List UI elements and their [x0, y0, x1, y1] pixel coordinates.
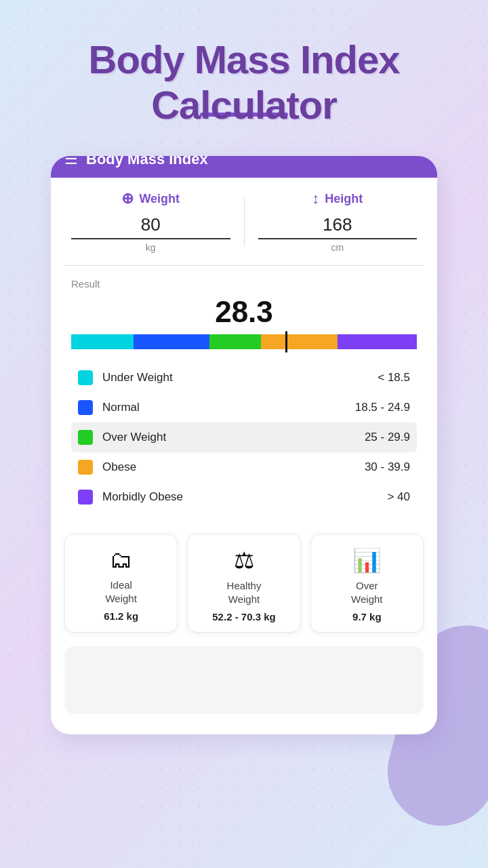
- bmi-bar-segment-4: [338, 334, 417, 349]
- height-input-group: ↕ Height 168 cm: [258, 190, 418, 253]
- info-card-title-2: Over Weight: [351, 579, 382, 606]
- result-label: Result: [71, 278, 417, 290]
- legend-dot-2: [78, 430, 93, 445]
- weight-unit: kg: [146, 242, 156, 253]
- legend-dot-1: [78, 400, 93, 415]
- bottom-placeholder: [64, 646, 424, 714]
- legend-name-1: Normal: [102, 401, 346, 414]
- legend-name-4: Morbidly Obese: [102, 490, 378, 504]
- legend-dot-3: [78, 460, 93, 475]
- bmi-bar-segment-2: [209, 334, 262, 349]
- inputs-row: ⊕ Weight 80 kg ↕ Height 168 cm: [51, 178, 437, 260]
- result-section: Result 28.3 Under Weight< 18.5Normal18.5…: [51, 271, 437, 523]
- bmi-value: 28.3: [71, 295, 417, 329]
- legend-name-0: Under Weight: [102, 371, 368, 384]
- weight-value[interactable]: 80: [71, 214, 230, 239]
- info-card-value-2: 9.7 kg: [352, 611, 382, 623]
- bmi-card: ☰ Body Mass Index ⊕ Weight 80 kg ↕ Heigh…: [51, 156, 437, 734]
- info-card-icon-0: 🗂: [110, 547, 133, 573]
- card-header: ☰ Body Mass Index: [51, 156, 437, 178]
- info-card-title-1: Healthy Weight: [227, 579, 262, 606]
- height-unit: cm: [331, 242, 344, 253]
- legend-item-1: Normal18.5 - 24.9: [71, 393, 417, 422]
- info-card-value-1: 52.2 - 70.3 kg: [212, 611, 275, 623]
- legend-dot-4: [78, 490, 93, 505]
- weight-label: ⊕ Weight: [121, 190, 180, 208]
- bmi-indicator: [285, 331, 287, 353]
- legend-range-0: < 18.5: [378, 371, 410, 384]
- info-card-0: 🗂Ideal Weight61.2 kg: [64, 534, 178, 633]
- legend-range-3: 30 - 39.9: [365, 460, 410, 474]
- legend-range-1: 18.5 - 24.9: [355, 401, 410, 414]
- bmi-bar: [71, 334, 417, 349]
- height-icon: ↕: [312, 190, 319, 208]
- info-card-title-0: Ideal Weight: [105, 578, 136, 605]
- info-card-icon-2: 📊: [352, 547, 381, 574]
- info-card-1: ⚖Healthy Weight52.2 - 70.3 kg: [187, 534, 300, 633]
- legend-range-2: 25 - 29.9: [365, 431, 410, 444]
- menu-icon: ☰: [64, 156, 78, 168]
- page-title: Body Mass Index Calculator: [48, 37, 441, 127]
- info-card-value-0: 61.2 kg: [104, 610, 138, 622]
- weight-icon: ⊕: [121, 190, 134, 208]
- legend-item-2: Over Weight25 - 29.9: [71, 422, 417, 452]
- bmi-bar-segment-3: [261, 334, 337, 349]
- bmi-bar-segment-0: [71, 334, 134, 349]
- legend-range-4: > 40: [387, 490, 410, 504]
- legend-item-4: Morbidly Obese> 40: [71, 482, 417, 512]
- card-header-title: Body Mass Index: [86, 156, 208, 168]
- legend-dot-0: [78, 370, 93, 385]
- info-card-icon-1: ⚖: [234, 547, 254, 574]
- legend-name-2: Over Weight: [102, 431, 355, 444]
- legend-item-3: Obese30 - 39.9: [71, 452, 417, 482]
- legend-item-0: Under Weight< 18.5: [71, 363, 417, 393]
- height-value[interactable]: 168: [258, 214, 418, 239]
- info-cards-row: 🗂Ideal Weight61.2 kg⚖Healthy Weight52.2 …: [51, 523, 437, 639]
- info-card-2: 📊Over Weight9.7 kg: [310, 534, 424, 633]
- legend-name-3: Obese: [102, 460, 355, 474]
- height-label: ↕ Height: [312, 190, 363, 208]
- legend-list: Under Weight< 18.5Normal18.5 - 24.9Over …: [71, 363, 417, 512]
- bmi-bar-segment-1: [134, 334, 209, 349]
- weight-input-group: ⊕ Weight 80 kg: [71, 190, 230, 253]
